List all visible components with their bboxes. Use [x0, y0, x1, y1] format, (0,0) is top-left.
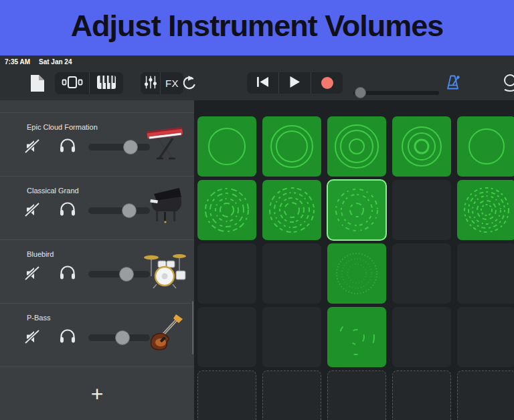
my-songs-button[interactable] — [30, 74, 45, 94]
garageband-screen: Adjust Instrument Volumes 7:35 AM Sat Ja… — [0, 0, 514, 420]
track-volume-knob[interactable] — [115, 330, 130, 345]
slider-knob[interactable] — [355, 87, 366, 98]
mute-button[interactable] — [24, 201, 42, 220]
track-volume-knob[interactable] — [119, 267, 134, 282]
track-row: Bluebird — [0, 239, 194, 303]
empty-cell[interactable] — [197, 371, 256, 420]
track-volume-slider[interactable] — [88, 271, 150, 278]
loop-cell[interactable] — [262, 116, 321, 177]
main-area: Epic Cloud Formation Classical Grand — [0, 100, 514, 420]
add-track-button[interactable]: + — [91, 383, 104, 405]
empty-cell[interactable] — [197, 307, 256, 367]
loop-rings-icon — [327, 180, 386, 240]
loop-rings-icon — [327, 307, 386, 367]
loop-browser-icon — [500, 74, 514, 94]
loop-cell[interactable] — [262, 180, 321, 240]
empty-cell[interactable] — [262, 243, 321, 304]
loop-rings-icon — [457, 116, 514, 177]
headphones-button[interactable] — [59, 201, 76, 219]
mixer-button[interactable] — [141, 72, 160, 94]
headphones-icon — [59, 336, 76, 346]
scrollbar[interactable] — [192, 301, 193, 354]
track-name: P-Bass — [27, 314, 50, 322]
track-volume-knob[interactable] — [122, 203, 137, 218]
track-volume-knob[interactable] — [123, 140, 138, 154]
bass-guitar-icon[interactable] — [142, 309, 189, 357]
drum-kit-icon[interactable] — [142, 245, 189, 294]
loop-cell[interactable] — [197, 180, 256, 240]
record-button[interactable] — [311, 72, 343, 94]
grid-view-button[interactable] — [55, 72, 89, 94]
mute-button[interactable] — [24, 265, 42, 284]
loop-cell[interactable] — [327, 243, 386, 304]
grand-piano-icon[interactable] — [142, 182, 189, 230]
empty-cell[interactable] — [457, 371, 514, 420]
headphones-button[interactable] — [59, 138, 76, 155]
metronome-button[interactable] — [444, 74, 462, 94]
slider-track — [353, 91, 439, 95]
loop-cell[interactable] — [457, 180, 514, 240]
headphones-icon — [59, 145, 76, 155]
empty-cell[interactable] — [392, 243, 451, 304]
loop-rings-icon — [197, 116, 256, 177]
rewind-button[interactable] — [247, 72, 278, 94]
empty-cell[interactable] — [392, 307, 451, 367]
status-bar: 7:35 AM Sat Jan 24 — [0, 56, 514, 68]
empty-cell[interactable] — [262, 371, 321, 420]
headphones-button[interactable] — [59, 328, 76, 346]
empty-cell[interactable] — [457, 307, 514, 367]
track-volume-slider[interactable] — [88, 144, 150, 150]
track-row: Classical Grand — [0, 176, 194, 239]
status-time: 7:35 AM — [5, 58, 30, 66]
track-volume-slider[interactable] — [88, 207, 150, 214]
empty-cell[interactable] — [327, 371, 386, 420]
loop-cell-selected[interactable] — [327, 180, 386, 240]
rewind-to-start-icon — [256, 76, 269, 90]
loop-cell[interactable] — [392, 116, 451, 177]
metronome-icon — [444, 74, 462, 94]
keyboard-synth-icon[interactable] — [142, 118, 189, 167]
track-row: P-Bass — [0, 303, 194, 366]
mute-speaker-icon — [24, 210, 42, 220]
add-track-row: + — [0, 366, 194, 420]
loop-cell[interactable] — [327, 307, 386, 367]
loop-cell[interactable] — [197, 116, 256, 177]
empty-cell[interactable] — [457, 243, 514, 304]
track-header-panel: Epic Cloud Formation Classical Grand — [0, 100, 194, 420]
toolbar: FX — [0, 68, 514, 100]
mute-speaker-icon — [24, 274, 42, 284]
mute-button[interactable] — [24, 328, 42, 347]
live-loops-grid-icon — [61, 75, 84, 92]
loop-browser-button[interactable] — [503, 74, 514, 94]
loop-rings-icon — [392, 116, 451, 177]
transport-controls — [247, 72, 343, 94]
undo-button[interactable] — [181, 74, 198, 93]
headphones-icon — [59, 272, 76, 282]
track-volume-slider[interactable] — [88, 334, 150, 341]
mute-speaker-icon — [24, 337, 42, 347]
empty-cell[interactable] — [392, 371, 451, 420]
track-name: Epic Cloud Formation — [27, 123, 98, 131]
play-button[interactable] — [279, 72, 311, 94]
loop-grid — [194, 100, 514, 420]
controls-toggle: FX — [141, 72, 183, 94]
document-icon — [30, 74, 45, 94]
loop-cell[interactable] — [327, 116, 386, 177]
empty-cell[interactable] — [392, 180, 451, 240]
master-volume-slider[interactable] — [353, 87, 439, 98]
keyboard-view-button[interactable] — [90, 72, 123, 94]
fx-button[interactable]: FX — [161, 72, 183, 94]
status-date: Sat Jan 24 — [39, 58, 72, 66]
empty-cell[interactable] — [262, 307, 321, 367]
page-title: Adjust Instrument Volumes — [71, 9, 444, 43]
empty-cell[interactable] — [197, 243, 256, 304]
view-toggle — [55, 72, 123, 94]
loop-rings-icon — [262, 180, 321, 240]
play-icon — [289, 76, 301, 90]
loop-rings-icon — [327, 243, 386, 304]
mute-speaker-icon — [24, 146, 42, 156]
loop-cell[interactable] — [457, 116, 514, 177]
mute-button[interactable] — [24, 138, 42, 156]
headphones-button[interactable] — [59, 265, 76, 282]
piano-keys-icon — [96, 75, 116, 92]
